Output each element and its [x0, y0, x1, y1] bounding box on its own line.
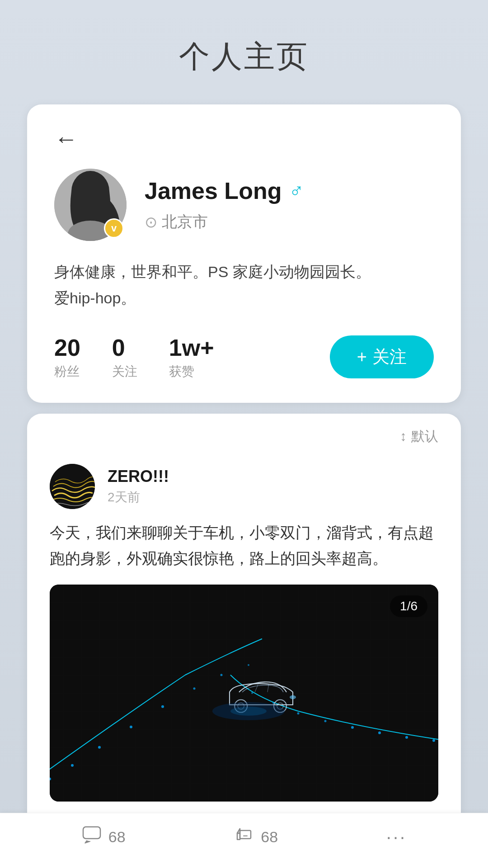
- svg-point-13: [248, 664, 249, 666]
- svg-point-15: [405, 736, 408, 739]
- svg-point-14: [432, 739, 435, 742]
- user-name-area: James Long ♂ ⊙ 北京市: [145, 177, 434, 232]
- like-count: 68: [261, 828, 278, 846]
- svg-rect-30: [240, 830, 251, 839]
- svg-point-18: [324, 720, 327, 722]
- sort-icon: ↕: [400, 429, 407, 444]
- bio-text: 身体健康，世界和平。PS 家庭小动物园园长。 爱hip-hop。: [54, 259, 434, 311]
- bio-line1: 身体健康，世界和平。PS 家庭小动物园园长。: [54, 263, 371, 280]
- back-arrow-icon: ←: [54, 126, 78, 152]
- following-label: 关注: [112, 363, 137, 380]
- post-item: ZERO!!! 2天前 今天，我们来聊聊关于车机，小零双门，溜背式，有点超跑的身…: [27, 455, 461, 816]
- post-image[interactable]: 1/6: [50, 585, 438, 802]
- fans-label: 粉丝: [54, 363, 80, 380]
- page-title-area: 个人主页: [0, 0, 488, 104]
- stats-follow-row: 20 粉丝 0 关注 1w+ 获赞 + 关注: [54, 334, 434, 380]
- svg-point-8: [98, 746, 101, 749]
- back-button[interactable]: ←: [54, 127, 78, 151]
- bio-line2: 爱hip-hop。: [54, 289, 136, 307]
- svg-point-7: [71, 764, 74, 767]
- page-title: 个人主页: [0, 36, 488, 77]
- sort-bar: ↕ 默认: [27, 414, 461, 455]
- more-action[interactable]: ···: [386, 827, 407, 847]
- follow-label: 关注: [372, 345, 407, 368]
- fans-count: 20: [54, 334, 80, 361]
- avatar-wrapper: v: [54, 169, 127, 241]
- svg-rect-29: [83, 827, 100, 839]
- location-row: ⊙ 北京市: [145, 212, 434, 232]
- svg-point-12: [221, 674, 223, 676]
- more-dots-icon: ···: [386, 827, 407, 847]
- profile-card: ← v James Long: [27, 104, 461, 403]
- location-pin-icon: ⊙: [145, 213, 157, 231]
- follow-button[interactable]: + 关注: [330, 335, 434, 378]
- svg-point-16: [378, 731, 381, 734]
- following-stat: 0 关注: [112, 334, 137, 380]
- likes-stat: 1w+ 获赞: [169, 334, 214, 380]
- verified-badge: v: [104, 218, 124, 238]
- user-name: James Long ♂: [145, 177, 434, 204]
- like-icon: [234, 824, 254, 850]
- svg-point-19: [297, 712, 300, 715]
- likes-count: 1w+: [169, 334, 214, 361]
- post-image-canvas: [50, 585, 438, 802]
- sort-label: 默认: [411, 427, 438, 446]
- user-info-row: v James Long ♂ ⊙ 北京市: [54, 169, 434, 241]
- svg-point-28: [230, 707, 267, 716]
- following-count: 0: [112, 334, 125, 361]
- svg-point-26: [290, 695, 296, 699]
- fans-stat: 20 粉丝: [54, 334, 80, 380]
- follow-plus: +: [357, 347, 367, 367]
- gender-icon: ♂: [289, 179, 304, 202]
- post-avatar[interactable]: [50, 464, 95, 509]
- image-counter: 1/6: [390, 595, 427, 617]
- like-action[interactable]: 68: [234, 824, 278, 850]
- username-text: James Long: [145, 177, 282, 204]
- likes-label: 获赞: [169, 363, 194, 380]
- post-username: ZERO!!!: [108, 467, 169, 486]
- posts-section: ↕ 默认 ZERO!!! 2天前: [27, 414, 461, 829]
- comment-count: 68: [108, 828, 126, 846]
- comment-icon: [81, 824, 102, 850]
- bottom-bar: 68 68 ···: [0, 813, 488, 868]
- svg-point-11: [193, 688, 196, 690]
- svg-rect-5: [50, 585, 438, 802]
- svg-point-17: [351, 726, 354, 729]
- location-text: 北京市: [162, 212, 208, 232]
- svg-point-21: [251, 692, 253, 694]
- comment-action[interactable]: 68: [81, 824, 126, 850]
- post-time: 2天前: [108, 489, 169, 506]
- svg-point-10: [161, 705, 164, 708]
- post-header: ZERO!!! 2天前: [50, 464, 438, 509]
- svg-point-9: [130, 726, 132, 728]
- post-content: 今天，我们来聊聊关于车机，小零双门，溜背式，有点超跑的身影，外观确实很惊艳，路上…: [50, 520, 438, 572]
- post-meta: ZERO!!! 2天前: [108, 467, 169, 506]
